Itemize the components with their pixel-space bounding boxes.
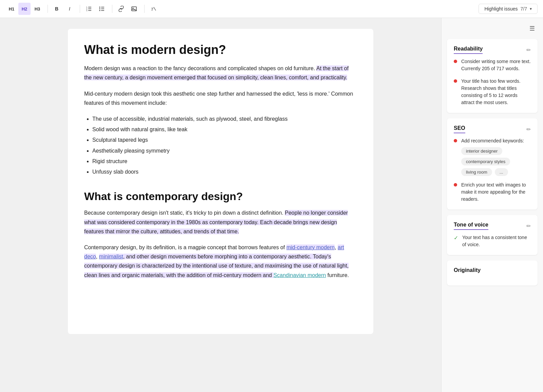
image-button[interactable] (128, 3, 140, 15)
clear-format-button[interactable]: T (147, 3, 160, 15)
list-item: The use of accessible, industrial materi… (92, 114, 357, 123)
check-icon: ✓ (454, 235, 458, 241)
seo-title: SEO (454, 125, 465, 133)
keyword-chip-living[interactable]: living room (461, 168, 492, 176)
originality-card-header: Originality (454, 267, 531, 275)
tone-text: Your text has a consistent tone of voice… (462, 234, 531, 248)
readability-item-1: Consider writing some more text. Current… (454, 58, 531, 72)
editor-p3: Because contemporary design isn't static… (84, 208, 357, 236)
heading-group: H1 H2 H3 (5, 3, 43, 15)
highlight-count: 7/7 (521, 6, 527, 12)
readability-card: Readability ✏ Consider writing some more… (447, 39, 538, 113)
editor-p2: Mid-century modern design took this aest… (84, 89, 357, 107)
readability-text-1: Consider writing some more text. Current… (461, 58, 531, 72)
editor-title: What is modern design? (84, 42, 357, 57)
divider-4 (144, 5, 145, 13)
svg-point-9 (99, 7, 100, 8)
highlight-label: Highlight issues (484, 6, 518, 12)
list-item: Unfussy slab doors (92, 167, 357, 176)
hamburger-button[interactable]: ☰ (527, 23, 538, 34)
svg-text:3.: 3. (86, 9, 88, 12)
divider-3 (112, 5, 112, 13)
p1-plain: Modern design was a reaction to the fanc… (84, 65, 316, 71)
divider-2 (80, 5, 80, 13)
p4-comma1: , (335, 244, 338, 250)
chevron-down-icon: ▾ (530, 6, 532, 11)
sidebar-header: ☰ (447, 23, 538, 34)
keyword-chips: interior designer contemporary styles li… (461, 147, 531, 176)
svg-point-10 (99, 8, 100, 9)
originality-card: Originality (447, 260, 538, 286)
list-item: Rigid structure (92, 157, 357, 166)
readability-edit-button[interactable]: ✏ (526, 47, 531, 53)
link-mid-century[interactable]: mid-century modern (286, 244, 335, 250)
bold-button[interactable]: B (51, 3, 63, 15)
readability-item-2: Your title has too few words. Research s… (454, 78, 531, 106)
editor-p1: Modern design was a reaction to the fanc… (84, 64, 357, 82)
list-item: Solid wood with natural grains, like tea… (92, 125, 357, 134)
link-minimalist[interactable]: minimalist (99, 254, 123, 259)
seo-keywords-label: Add recommended keywords: (461, 138, 524, 143)
editor-h2: What is contemporary design? (84, 190, 357, 203)
svg-point-11 (99, 10, 100, 11)
seo-enrich-item: Enrich your text with images to make it … (454, 181, 531, 203)
tone-card-header: Tone of voice ✏ (454, 222, 531, 230)
tone-item: ✓ Your text has a consistent tone of voi… (454, 234, 531, 248)
originality-title: Originality (454, 267, 481, 275)
readability-card-header: Readability ✏ (454, 46, 531, 54)
tone-title: Tone of voice (454, 222, 488, 230)
tone-edit-button[interactable]: ✏ (526, 223, 531, 229)
seo-edit-button[interactable]: ✏ (526, 126, 531, 133)
p3-plain: Because contemporary design isn't static… (84, 210, 285, 216)
editor-list: The use of accessible, industrial materi… (92, 114, 357, 176)
keyword-chip-contemporary[interactable]: contemporary styles (461, 158, 510, 165)
readability-title: Readability (454, 46, 483, 54)
italic-button[interactable]: I (63, 3, 76, 15)
editor-paper[interactable]: What is modern design? Modern design was… (68, 29, 373, 334)
unordered-list-button[interactable] (96, 3, 108, 15)
red-dot-icon (454, 79, 457, 83)
editor-container: What is modern design? Modern design was… (0, 18, 441, 392)
highlight-issues-button[interactable]: Highlight issues 7/7 ▾ (479, 4, 538, 14)
h1-button[interactable]: H1 (5, 3, 18, 15)
svg-line-15 (154, 7, 156, 11)
red-dot-icon (454, 183, 457, 187)
format-group: B I (51, 3, 76, 15)
link-scandinavian[interactable]: Scandinavian modern (274, 272, 326, 278)
p4-prefix: Contemporary design, by its definition, … (84, 244, 286, 250)
list-item: Aesthetically pleasing symmetry (92, 146, 357, 155)
ordered-list-button[interactable]: 1. 2. 3. (83, 3, 95, 15)
svg-point-13 (133, 8, 134, 9)
p4-end: furniture. (326, 272, 349, 278)
toolbar: H1 H2 H3 B I 1. 2. 3. (0, 0, 543, 18)
red-dot-icon (454, 60, 457, 63)
h2-button[interactable]: H2 (18, 3, 31, 15)
divider-1 (48, 5, 48, 13)
link-button[interactable] (115, 3, 127, 15)
insert-group (115, 3, 140, 15)
readability-text-2: Your title has too few words. Research s… (461, 78, 531, 106)
sidebar: ☰ Readability ✏ Consider writing some mo… (441, 18, 543, 392)
p4-comma2: , (96, 254, 99, 259)
list-group: 1. 2. 3. (83, 3, 108, 15)
red-dot-icon (454, 139, 457, 142)
keyword-chip-interior[interactable]: interior designer (461, 147, 502, 155)
seo-enrich-text: Enrich your text with images to make it … (461, 181, 531, 203)
seo-card-header: SEO ✏ (454, 125, 531, 133)
seo-card: SEO ✏ Add recommended keywords: interior… (447, 118, 538, 210)
seo-keywords-item: Add recommended keywords: interior desig… (454, 137, 531, 176)
seo-keywords-content: Add recommended keywords: interior desig… (461, 137, 531, 176)
keyword-chip-more[interactable]: ... (495, 168, 508, 176)
list-item: Sculptural tapered legs (92, 135, 357, 144)
editor-p4: Contemporary design, by its definition, … (84, 243, 357, 280)
tone-card: Tone of voice ✏ ✓ Your text has a consis… (447, 215, 538, 255)
svg-text:T: T (151, 7, 154, 12)
main-layout: What is modern design? Modern design was… (0, 18, 543, 392)
h3-button[interactable]: H3 (31, 3, 43, 15)
